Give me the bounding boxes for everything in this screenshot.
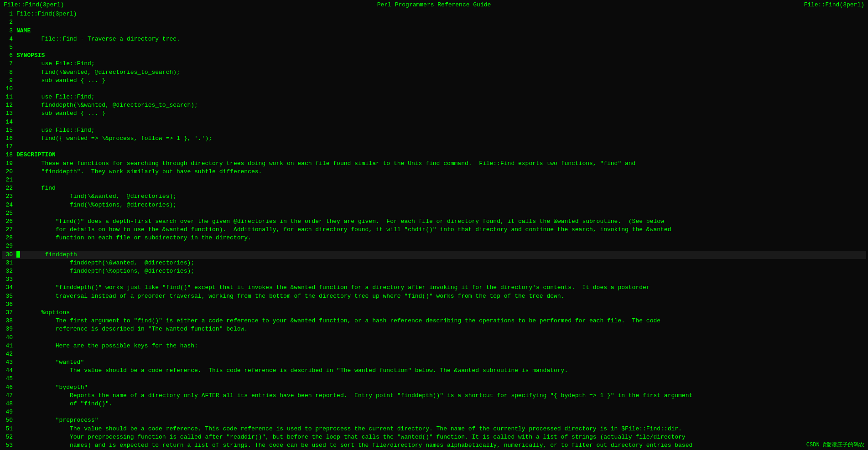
line-number: 35 <box>2 292 16 300</box>
line-4: 4 File::Find - Traverse a directory tree… <box>0 35 868 43</box>
line-53: 53 names) and is expected to return a li… <box>0 441 868 450</box>
line-content: find <box>16 184 866 192</box>
line-number: 40 <box>2 334 16 342</box>
cursor-block <box>16 251 20 258</box>
line-33: 33 <box>0 275 868 284</box>
line-number: 39 <box>2 325 16 333</box>
header-right: File::Find(3perl) <box>804 1 864 9</box>
line-number: 27 <box>2 226 16 234</box>
line-19: 19 These are functions for searching thr… <box>0 160 868 168</box>
line-7: 7 use File::Find; <box>0 60 868 68</box>
line-9: 9 sub wanted { ... } <box>0 77 868 85</box>
line-number: 7 <box>2 60 16 68</box>
line-content <box>16 85 866 93</box>
line-content <box>16 209 866 217</box>
line-number: 14 <box>2 118 16 126</box>
line-number: 41 <box>2 342 16 350</box>
line-content: reference is described in "The wanted fu… <box>16 325 866 333</box>
line-content: "finddepth()" works just like "find()" e… <box>16 284 866 292</box>
line-28: 28 function on each file or subdirectory… <box>0 234 868 242</box>
line-content: finddepth <box>16 251 866 259</box>
line-20: 20 "finddepth". They work similarly but … <box>0 168 868 176</box>
line-content: function on each file or subdirectory in… <box>16 234 866 242</box>
line-39: 39 reference is described in "The wanted… <box>0 325 868 333</box>
line-content: "preprocess" <box>16 416 866 424</box>
line-content <box>16 242 866 250</box>
line-content <box>16 350 866 358</box>
line-48: 48 of "find()". <box>0 400 868 408</box>
line-21: 21 <box>0 176 868 184</box>
line-number: 18 <box>2 151 16 159</box>
line-content: Here are the possible keys for the hash: <box>16 342 866 350</box>
line-number: 31 <box>2 259 16 267</box>
line-number: 43 <box>2 358 16 367</box>
line-number: 52 <box>2 433 16 441</box>
line-10: 10 <box>0 85 868 93</box>
line-number: 10 <box>2 85 16 93</box>
line-50: 50 "preprocess" <box>0 416 868 424</box>
line-number: 23 <box>2 192 16 201</box>
line-content: The value should be a code reference. Th… <box>16 425 866 433</box>
line-13: 13 sub wanted { ... } <box>0 109 868 118</box>
line-35: 35 traversal instead of a preorder trave… <box>0 292 868 300</box>
line-content: The first argument to "find()" is either… <box>16 317 866 325</box>
line-content: SYNOPSIS <box>16 52 866 60</box>
line-number: 4 <box>2 35 16 43</box>
line-content: "finddepth". They work similarly but hav… <box>16 168 866 176</box>
line-44: 44 The value should be a code reference.… <box>0 367 868 375</box>
line-content <box>16 143 866 151</box>
line-content: traversal instead of a preorder traversa… <box>16 292 866 300</box>
line-content: finddepth(\&wanted, @directories); <box>16 259 866 267</box>
line-46: 46 "bydepth" <box>0 383 868 392</box>
line-36: 36 <box>0 300 868 309</box>
line-content: "wanted" <box>16 358 866 367</box>
line-5: 5 <box>0 43 868 52</box>
line-27: 27 for details on how to use the &wanted… <box>0 226 868 234</box>
line-40: 40 <box>0 334 868 342</box>
line-number: 44 <box>2 367 16 375</box>
line-45: 45 <box>0 375 868 383</box>
line-content: names) and is expected to return a list … <box>16 441 866 450</box>
line-number: 21 <box>2 176 16 184</box>
line-number: 46 <box>2 383 16 392</box>
line-content <box>16 300 866 309</box>
line-number: 33 <box>2 275 16 284</box>
line-number: 50 <box>2 416 16 424</box>
line-content <box>16 18 866 26</box>
line-content: NAME <box>16 27 866 35</box>
line-number: 3 <box>2 27 16 35</box>
line-number: 47 <box>2 392 16 400</box>
line-content <box>16 176 866 184</box>
line-content <box>16 43 866 52</box>
line-37: 37 %options <box>0 309 868 317</box>
line-number: 5 <box>2 43 16 52</box>
line-number: 32 <box>2 267 16 275</box>
header-center: Perl Programmers Reference Guide <box>64 1 804 9</box>
line-number: 13 <box>2 109 16 118</box>
line-content: use File::Find; <box>16 93 866 101</box>
line-number: 37 <box>2 309 16 317</box>
line-14: 14 <box>0 118 868 126</box>
line-content: finddepth(\&wanted, @directories_to_sear… <box>16 101 866 109</box>
line-number: 38 <box>2 317 16 325</box>
line-31: 31 finddepth(\&wanted, @directories); <box>0 259 868 267</box>
line-43: 43 "wanted" <box>0 358 868 367</box>
line-content: find({ wanted => \&process, follow => 1 … <box>16 134 866 143</box>
line-number: 28 <box>2 234 16 242</box>
line-22: 22 find <box>0 184 868 192</box>
line-content <box>16 408 866 416</box>
line-12: 12 finddepth(\&wanted, @directories_to_s… <box>0 101 868 109</box>
line-content: use File::Find; <box>16 126 866 134</box>
line-content: Reports the name of a directory only AFT… <box>16 392 866 400</box>
line-11: 11 use File::Find; <box>0 93 868 101</box>
line-number: 25 <box>2 209 16 217</box>
line-content: for details on how to use the &wanted fu… <box>16 226 866 234</box>
line-number: 2 <box>2 18 16 26</box>
line-6: 6SYNOPSIS <box>0 52 868 60</box>
line-38: 38 The first argument to "find()" is eit… <box>0 317 868 325</box>
line-number: 22 <box>2 184 16 192</box>
line-content <box>16 334 866 342</box>
footer: CSDN @爱读庄子的码农 <box>803 440 868 450</box>
line-2: 2 <box>0 18 868 26</box>
line-number: 1 <box>2 10 16 18</box>
